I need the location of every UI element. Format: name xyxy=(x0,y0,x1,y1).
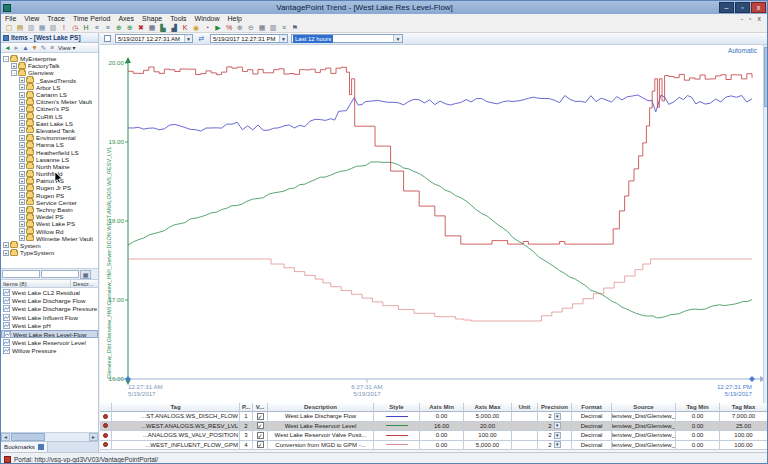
column-header-vis[interactable]: V... xyxy=(253,403,268,412)
play-icon[interactable]: ▶ xyxy=(213,23,223,32)
tree-item-cariann-ls[interactable]: +Cariann LS xyxy=(1,91,98,98)
menu-axes[interactable]: Axes xyxy=(114,15,138,22)
items-horizontal-scrollbar[interactable]: ◄ ► xyxy=(1,432,98,441)
tree-expander-icon[interactable]: + xyxy=(19,185,25,191)
tree-expander-icon[interactable]: + xyxy=(19,171,25,177)
zoom-out-icon[interactable]: ⊖ xyxy=(246,23,256,32)
pin-icon[interactable] xyxy=(103,433,108,438)
tree-item-citizen-s-meter-vault[interactable]: +Citizen's Meter Vault xyxy=(1,98,98,105)
edit-icon[interactable]: ✎ xyxy=(39,44,48,52)
view-dropdown[interactable]: View ▾ xyxy=(58,44,76,51)
list-item-west-lake-reservoir-level[interactable]: West Lake Reservoir Level xyxy=(1,338,98,346)
list-item-willow-pressure[interactable]: Willow Pressure xyxy=(1,347,98,355)
tree-item-hanna-ls[interactable]: +Hanna LS xyxy=(1,141,98,148)
tree-expander-icon[interactable]: + xyxy=(19,106,25,112)
up-icon[interactable]: ▲ xyxy=(21,44,30,52)
time-lock-checkbox[interactable] xyxy=(104,35,111,42)
shift-forward-icon[interactable]: » xyxy=(103,23,113,32)
column-header-source[interactable]: Source xyxy=(612,403,676,412)
add-trace-icon[interactable]: ⊕ xyxy=(114,23,124,32)
tree-item-techny-basin[interactable]: +Techny Basin xyxy=(1,206,98,213)
menu-window[interactable]: Window xyxy=(191,15,224,22)
tree-expander-icon[interactable]: + xyxy=(19,199,25,205)
tree-expander-icon[interactable]: + xyxy=(3,242,9,248)
visible-checkbox[interactable]: ✓ xyxy=(257,441,264,448)
tree-expander-icon[interactable]: + xyxy=(11,63,17,69)
filter-input-name[interactable] xyxy=(2,270,40,278)
column-header-desc[interactable]: Description xyxy=(268,403,374,412)
settings-icon[interactable]: ⚑ xyxy=(290,23,300,32)
scroll-right-icon[interactable]: ► xyxy=(89,433,98,441)
trend-chart-area[interactable]: Automatic Glenview_Dist:Glenview_HMI:Gle… xyxy=(100,45,763,403)
mdi-window-controls[interactable]: - ▫ x xyxy=(741,15,763,22)
trace-style-sample[interactable] xyxy=(386,425,408,426)
column-header-axis_min[interactable]: Axis Min xyxy=(420,403,464,412)
menu-help[interactable]: Help xyxy=(224,15,246,22)
tree-expander-icon[interactable]: + xyxy=(19,149,25,155)
pin-icon[interactable]: ◉ xyxy=(191,23,201,32)
precision-dropdown-icon[interactable]: ▼ xyxy=(554,432,561,439)
trace-west_influent_flow_gpm[interactable] xyxy=(128,259,752,321)
scroll-thumb[interactable] xyxy=(11,433,45,441)
tree-item-arbor-ls[interactable]: +Arbor LS xyxy=(1,84,98,91)
tree-expander-icon[interactable]: + xyxy=(19,192,25,198)
forward-icon[interactable]: ► xyxy=(12,44,21,52)
current-time-icon[interactable]: H xyxy=(81,23,91,32)
description-header[interactable]: Descr... xyxy=(71,280,98,287)
pin-icon[interactable] xyxy=(103,414,108,419)
time-period-icon[interactable]: ◷ xyxy=(70,23,80,32)
visible-checkbox[interactable]: ✓ xyxy=(257,413,264,420)
alert-icon[interactable]: ! xyxy=(59,23,69,32)
tree-expander-icon[interactable]: + xyxy=(19,178,25,184)
filter-button[interactable]: ▦ xyxy=(80,270,91,279)
tree-expander-icon[interactable]: - xyxy=(11,70,17,76)
column-header-tag_min[interactable]: Tag Min xyxy=(676,403,720,412)
stats-icon[interactable]: % xyxy=(224,23,234,32)
grid-icon[interactable]: ▦ xyxy=(257,23,267,32)
tree-expander-icon[interactable]: + xyxy=(19,92,25,98)
xy-plot-icon[interactable]: ▦ xyxy=(147,23,157,32)
column-header-precision[interactable]: Precision xyxy=(538,403,572,412)
table-row[interactable]: ...WEST.ANALOGS.WS_RESV_LVL2✓West Lake R… xyxy=(100,422,768,432)
menu-shape[interactable]: Shape xyxy=(138,15,166,22)
marker-icon[interactable]: K xyxy=(180,23,190,32)
tree-item-north-maine[interactable]: +North Maine xyxy=(1,163,98,170)
trace-ws_disch_flow[interactable] xyxy=(128,95,752,131)
bar-chart-icon[interactable]: ▙ xyxy=(158,23,168,32)
start-time-field[interactable]: 5/19/2017 12:27:31 AM ▼ xyxy=(115,34,193,43)
tree-item-heatherfield-ls[interactable]: +Heatherfield LS xyxy=(1,148,98,155)
window-split-icon[interactable]: ▥ xyxy=(268,23,278,32)
column-header-unit[interactable]: Unit xyxy=(512,403,538,412)
column-header-tag[interactable]: Tag xyxy=(112,403,240,412)
tree-item--savedtrends[interactable]: +_SavedTrends xyxy=(1,77,98,84)
tree-expander-icon[interactable]: + xyxy=(19,207,25,213)
menu-tools[interactable]: Tools xyxy=(166,15,190,22)
list-item-west-lake-cl2-residual[interactable]: West Lake CL2 Residual xyxy=(1,288,98,296)
column-header-pin[interactable] xyxy=(100,403,112,412)
time-range-combo[interactable]: Last 12 hours ▼ xyxy=(291,34,403,43)
zoom-in-icon[interactable]: ⊕ xyxy=(235,23,245,32)
precision-dropdown-icon[interactable]: ▼ xyxy=(554,441,561,448)
table-row[interactable]: ...WEST_INFLUENT_FLOW_GPM4✓Conversion fr… xyxy=(100,441,768,451)
tree-item-glenview[interactable]: -Glenview xyxy=(1,69,98,76)
histogram-icon[interactable]: ▟ xyxy=(169,23,179,32)
start-time-dropdown-icon[interactable]: ▼ xyxy=(184,35,192,42)
list-item-west-lake-ph[interactable]: West Lake pH xyxy=(1,322,98,330)
tree-item-patriot-ps[interactable]: +Patriot PS xyxy=(1,177,98,184)
tree-expander-icon[interactable]: + xyxy=(19,214,25,220)
list-item-west-lake-discharge-flow[interactable]: West Lake Discharge Flow xyxy=(1,296,98,304)
time-range-dropdown-icon[interactable]: ▼ xyxy=(393,35,402,42)
vscroll-thumb[interactable] xyxy=(764,47,768,107)
end-time-dropdown-icon[interactable]: ▼ xyxy=(279,35,287,42)
remove-trace-icon[interactable]: ✖ xyxy=(136,23,146,32)
menu-trace[interactable]: Trace xyxy=(43,15,69,22)
filter-icon[interactable]: ▼ xyxy=(30,44,39,52)
maximize-button[interactable]: ▫ xyxy=(735,2,750,13)
export-icon[interactable]: ▥ xyxy=(26,23,36,32)
bookmarks-tab[interactable]: Bookmarks xyxy=(1,442,48,452)
tree-item-service-center[interactable]: +Service Center xyxy=(1,199,98,206)
tree-expander-icon[interactable]: + xyxy=(19,99,25,105)
pie-icon[interactable]: ◔ xyxy=(202,23,212,32)
tree-item-lasanne-ls[interactable]: +Lasanne LS xyxy=(1,156,98,163)
minimize-button[interactable]: – xyxy=(719,2,734,13)
